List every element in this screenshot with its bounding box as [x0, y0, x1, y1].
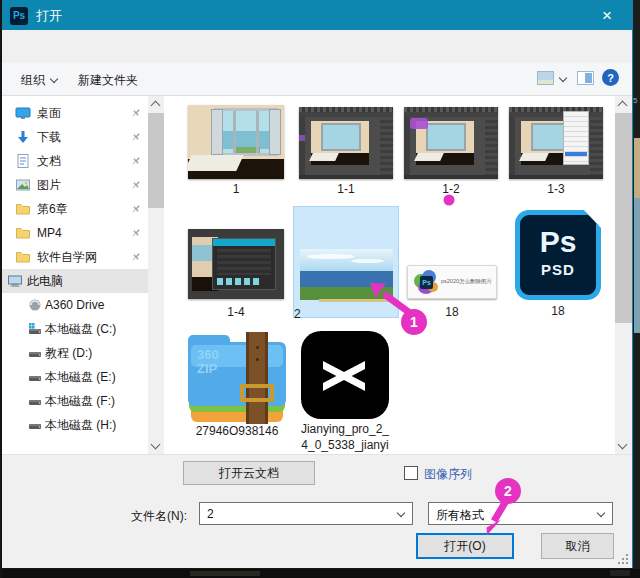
- folder-icon: [15, 201, 31, 217]
- computer-icon: [7, 273, 23, 289]
- file-item-capcut[interactable]: Jianying_pro_2_ 4_0_5338_jianyi: [298, 331, 392, 453]
- file-label: 1-4: [186, 305, 286, 319]
- sidebar-item-rjzxw[interactable]: 软件自学网: [1, 245, 148, 269]
- new-folder-button[interactable]: 新建文件夹: [78, 72, 138, 89]
- file-item-18-psd[interactable]: Ps PSD 18: [512, 210, 604, 318]
- filename-combobox[interactable]: 2: [199, 502, 413, 525]
- navigation-bar: ← → ↑ « 保存的... › 新建文件夹 (2) › ↻: [1, 30, 632, 63]
- filename-label: 文件名(N):: [131, 508, 187, 525]
- file-thumbnail-tutorial-banner: Ps ps2020怎么删除图片: [407, 265, 497, 299]
- cancel-button[interactable]: 取消: [541, 533, 614, 559]
- background-fragment: [634, 138, 640, 198]
- format-value[interactable]: 所有格式: [436, 507, 484, 524]
- help-icon[interactable]: ?: [602, 69, 619, 86]
- file-thumbnail-ps-screenshot-menu: [509, 107, 603, 179]
- file-item-1-2[interactable]: 1-2: [401, 107, 501, 196]
- dialog-body: 桌面 下载 文档 图片: [1, 96, 632, 454]
- zip-archive-icon: 360ZIP: [188, 332, 286, 424]
- download-icon: [15, 129, 31, 145]
- scroll-down-icon[interactable]: [151, 440, 161, 450]
- chevron-down-icon[interactable]: [397, 509, 405, 517]
- organize-label: 组织: [21, 72, 45, 89]
- chevron-down-icon[interactable]: [597, 509, 605, 517]
- dialog-footer: 打开云文档 图像序列 文件名(N): 2 所有格式 打开(O) 取消: [1, 454, 632, 568]
- folder-icon: [15, 225, 31, 241]
- background-fragment: [610, 570, 630, 576]
- disk-icon: [27, 345, 43, 361]
- file-thumbnail-window-photo: [188, 105, 284, 179]
- document-icon: [15, 153, 31, 169]
- sidebar-item-downloads[interactable]: 下载: [1, 125, 148, 149]
- sidebar-item-a360-drive[interactable]: A360 Drive: [1, 293, 148, 317]
- image-sequence-label[interactable]: 图像序列: [424, 466, 472, 483]
- dialog-toolbar: 组织 新建文件夹 ?: [1, 63, 632, 96]
- file-item-1[interactable]: 1: [186, 105, 286, 196]
- file-label: 1: [186, 182, 286, 196]
- screen: 5 Ps 打开 × ← → ↑ « 保存的... › 新建文件夹 (2): [0, 0, 640, 578]
- file-item-1-4[interactable]: 1-4: [186, 229, 286, 319]
- file-label: Jianying_pro_2_ 4_0_5338_jianyi: [298, 422, 392, 453]
- filename-value[interactable]: 2: [207, 507, 214, 521]
- chevron-down-icon: [50, 75, 58, 83]
- file-thumbnail-landscape-photo: [300, 249, 393, 302]
- file-list-scrollbar[interactable]: [615, 96, 632, 454]
- preview-pane-icon[interactable]: [577, 71, 594, 85]
- desktop-icon: [15, 105, 31, 121]
- dialog-title: 打开: [36, 7, 62, 25]
- cloud-drive-icon: [27, 297, 43, 313]
- background-fragment: [634, 198, 640, 333]
- sidebar-item-disk-h[interactable]: 本地磁盘 (H:): [1, 413, 148, 437]
- file-label: 1-1: [296, 182, 396, 196]
- sidebar-item-disk-c[interactable]: 本地磁盘 (C:): [1, 317, 148, 341]
- pin-icon: [130, 251, 142, 263]
- title-bar[interactable]: Ps 打开 ×: [1, 1, 632, 30]
- file-item-1-1[interactable]: 1-1: [296, 107, 396, 196]
- view-mode-icon[interactable]: [537, 71, 554, 85]
- sidebar-item-desktop[interactable]: 桌面: [1, 101, 148, 125]
- ps-splash-icon: Ps: [414, 270, 438, 296]
- sidebar-item-disk-f[interactable]: 本地磁盘 (F:): [1, 389, 148, 413]
- file-label: 18: [512, 304, 604, 318]
- resize-grip[interactable]: [617, 554, 628, 565]
- pin-icon: [130, 131, 142, 143]
- sidebar-item-this-pc[interactable]: 此电脑: [1, 269, 148, 293]
- sidebar-scrollbar[interactable]: [148, 96, 164, 454]
- open-dialog: Ps 打开 × ← → ↑ « 保存的... › 新建文件夹 (2) › ↻: [0, 0, 633, 568]
- scrollbar-thumb[interactable]: [615, 113, 632, 323]
- sidebar-item-mp4[interactable]: MP4: [1, 221, 148, 245]
- background-fragment: [190, 571, 260, 576]
- close-icon[interactable]: ×: [590, 1, 624, 30]
- os-disk-icon: [27, 321, 43, 337]
- open-cloud-document-button[interactable]: 打开云文档: [183, 461, 315, 485]
- capcut-app-icon: [301, 331, 389, 419]
- file-item-2-selected[interactable]: 2: [293, 206, 399, 318]
- file-label: 2: [294, 307, 398, 321]
- organize-button[interactable]: 组织: [21, 72, 57, 89]
- sidebar-item-disk-e[interactable]: 本地磁盘 (E:): [1, 365, 148, 389]
- disk-icon: [27, 369, 43, 385]
- disk-icon: [27, 417, 43, 433]
- sidebar-item-pictures[interactable]: 图片: [1, 173, 148, 197]
- file-item-1-3[interactable]: 1-3: [506, 107, 606, 196]
- pin-icon: [130, 107, 142, 119]
- image-sequence-checkbox[interactable]: [404, 466, 418, 480]
- view-mode-chevron-icon[interactable]: [559, 74, 567, 82]
- scrollbar-thumb[interactable]: [148, 113, 164, 208]
- format-combobox[interactable]: 所有格式: [428, 502, 613, 525]
- sidebar-item-chapter6[interactable]: 第6章: [1, 197, 148, 221]
- file-thumbnail-ps-screenshot-annotated: [404, 107, 498, 179]
- psd-file-icon: Ps PSD: [515, 210, 601, 300]
- file-label: 1-3: [506, 182, 606, 196]
- sidebar-item-documents[interactable]: 文档: [1, 149, 148, 173]
- scroll-up-icon[interactable]: [618, 101, 628, 111]
- pin-icon: [130, 179, 142, 191]
- scroll-up-icon[interactable]: [151, 101, 161, 111]
- file-item-zip[interactable]: 360ZIP 27946O938146: [187, 332, 287, 438]
- sidebar-item-disk-d[interactable]: 教程 (D:): [1, 341, 148, 365]
- open-button[interactable]: 打开(O): [416, 533, 514, 559]
- pin-icon: [130, 155, 142, 167]
- scroll-down-icon[interactable]: [618, 440, 628, 450]
- background-right-strip: 5: [633, 0, 640, 578]
- picture-icon: [15, 177, 31, 193]
- file-thumbnail-ps-screenshot-dialog: [188, 229, 284, 299]
